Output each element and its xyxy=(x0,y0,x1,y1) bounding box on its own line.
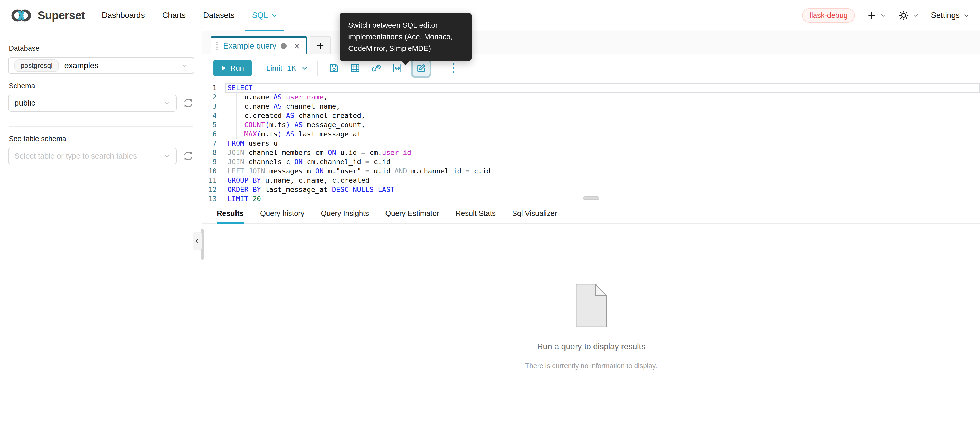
link-icon xyxy=(371,63,382,73)
edit-icon xyxy=(416,63,426,73)
line-number: 5 xyxy=(202,120,226,129)
tab-label: Query history xyxy=(260,209,304,218)
plus-icon xyxy=(867,11,877,20)
code-line-content: u.name AS user_name, xyxy=(226,93,980,102)
tab-query-insights[interactable]: Query Insights xyxy=(321,204,369,223)
settings-menu[interactable]: Settings xyxy=(931,11,970,20)
limit-value: 1K xyxy=(287,64,297,72)
chevron-down-icon xyxy=(271,12,278,19)
database-engine-tag: postgresql xyxy=(14,59,59,72)
line-number: 1 xyxy=(202,83,226,93)
toolbar-divider xyxy=(317,61,318,75)
environment-badge: flask-debug xyxy=(802,8,855,22)
save-icon xyxy=(329,63,339,73)
main-panel: Example query × + Run Limit 1K xyxy=(202,31,980,442)
code-line-content: JOIN channel_members cm ON u.id = cm.use… xyxy=(226,148,980,157)
code-line-content: c.created AS channel_created, xyxy=(226,111,980,120)
line-number: 8 xyxy=(202,148,226,157)
nav-label: Datasets xyxy=(203,11,234,20)
nav-dashboards[interactable]: Dashboards xyxy=(95,0,151,31)
schema-value: public xyxy=(14,99,35,108)
tab-label: Example query xyxy=(223,41,276,51)
tooltip: Switch between SQL editor implementation… xyxy=(339,13,471,61)
chevron-down-icon xyxy=(181,62,188,69)
refresh-icon xyxy=(183,150,194,162)
indent-guide xyxy=(236,93,237,139)
limit-label: Limit xyxy=(266,64,282,72)
refresh-schemas-button[interactable] xyxy=(182,97,194,109)
line-number: 4 xyxy=(202,111,226,120)
code-line: 4 c.created AS channel_created, xyxy=(202,111,980,120)
copy-link-button[interactable] xyxy=(369,61,384,75)
code-line: 3 c.name AS channel_name, xyxy=(202,102,980,111)
sql-editor[interactable]: 1SELECT2 u.name AS user_name,3 c.name AS… xyxy=(202,82,980,201)
line-number: 3 xyxy=(202,102,226,111)
database-label: Database xyxy=(9,44,194,53)
line-number: 2 xyxy=(202,93,226,102)
header-right: flask-debug Settings xyxy=(802,8,970,22)
code-line-content: c.name AS channel_name, xyxy=(226,102,980,111)
superset-logo[interactable]: Superset xyxy=(10,8,85,22)
table-select[interactable]: Select table or type to search tables xyxy=(8,147,177,164)
refresh-tables-button[interactable] xyxy=(182,150,194,162)
code-area: 1SELECT2 u.name AS user_name,3 c.name AS… xyxy=(202,83,980,201)
nav-label: Dashboards xyxy=(102,11,145,20)
database-value: examples xyxy=(64,61,99,70)
table-select-placeholder: Select table or type to search tables xyxy=(14,152,137,160)
schema-select[interactable]: public xyxy=(8,94,177,112)
tab-label: Sql Visualizer xyxy=(512,209,557,218)
line-number: 9 xyxy=(202,157,226,166)
nav-datasets[interactable]: Datasets xyxy=(196,0,241,31)
editor-toolbar: Run Limit 1K xyxy=(202,54,980,82)
nav-sql[interactable]: SQL xyxy=(245,0,284,31)
tab-label: Result Stats xyxy=(456,209,496,218)
limit-dropdown[interactable]: Limit 1K xyxy=(266,64,309,72)
run-query-button[interactable]: Run xyxy=(213,60,252,76)
tab-result-stats[interactable]: Result Stats xyxy=(456,204,496,223)
save-query-button[interactable] xyxy=(327,61,342,75)
settings-label: Settings xyxy=(931,11,960,20)
code-line: 7FROM users u xyxy=(202,139,980,148)
close-tab-icon[interactable]: × xyxy=(294,41,300,51)
tab-results[interactable]: Results xyxy=(217,204,244,223)
tab-query-estimator[interactable]: Query Estimator xyxy=(385,204,439,223)
sidebar: Database postgresql examples Schema publ… xyxy=(0,31,202,442)
kebab-menu-icon xyxy=(452,62,455,74)
code-line-content: ORDER BY last_message_at DESC NULLS LAST xyxy=(226,185,980,194)
code-line: 11GROUP BY u.name, c.name, c.created xyxy=(202,176,980,185)
code-line-content: LIMIT 20 xyxy=(226,194,980,201)
new-item-button[interactable] xyxy=(867,11,886,20)
line-number: 11 xyxy=(202,176,226,185)
code-line: 10LEFT JOIN messages m ON m."user" = u.i… xyxy=(202,166,980,176)
editor-tabbar: Example query × + xyxy=(202,31,980,54)
table-preview-button[interactable] xyxy=(348,61,363,75)
code-line: 1SELECT xyxy=(202,83,980,93)
table-grid-icon xyxy=(350,63,361,73)
collapse-sidebar-button[interactable] xyxy=(192,232,202,250)
refresh-icon xyxy=(183,97,194,109)
table-row: Select table or type to search tables xyxy=(8,147,194,164)
chevron-down-icon xyxy=(164,100,170,106)
theme-toggle-button[interactable] xyxy=(898,10,919,21)
line-number: 10 xyxy=(202,166,226,176)
code-line: 6 MAX(m.ts) AS last_message_at xyxy=(202,129,980,139)
code-line-content: MAX(m.ts) AS last_message_at xyxy=(226,129,980,139)
workspace: Database postgresql examples Schema publ… xyxy=(0,31,980,442)
code-line: 12ORDER BY last_message_at DESC NULLS LA… xyxy=(202,185,980,194)
tab-sql-visualizer[interactable]: Sql Visualizer xyxy=(512,204,557,223)
editor-switch-button[interactable] xyxy=(411,58,431,78)
code-line-content: COUNT(m.ts) AS message_count, xyxy=(226,120,980,129)
tab-example-query[interactable]: Example query × xyxy=(211,37,307,54)
code-line-content: GROUP BY u.name, c.name, c.created xyxy=(226,176,980,185)
tab-query-history[interactable]: Query history xyxy=(260,204,304,223)
more-options-button[interactable] xyxy=(449,61,459,75)
database-select[interactable]: postgresql examples xyxy=(8,57,194,74)
add-tab-button[interactable]: + xyxy=(310,37,331,54)
nav-charts[interactable]: Charts xyxy=(156,0,192,31)
header: Superset Dashboards Charts Datasets SQL … xyxy=(0,0,980,31)
run-label: Run xyxy=(231,64,244,72)
nav-label: SQL xyxy=(252,11,268,20)
editor-resize-handle[interactable] xyxy=(583,196,600,200)
tooltip-text: Switch between SQL editor implementation… xyxy=(348,21,452,53)
drag-handle-icon[interactable] xyxy=(215,41,218,50)
